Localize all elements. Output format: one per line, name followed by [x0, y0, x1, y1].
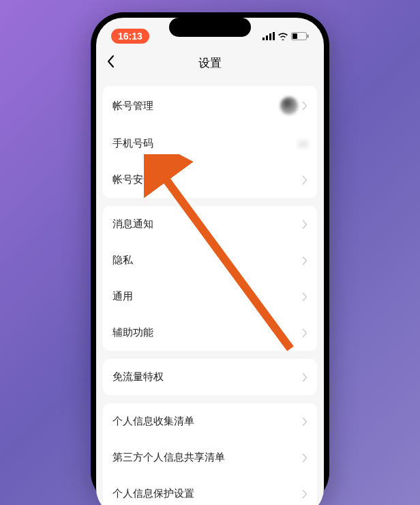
- row-right: [302, 256, 308, 265]
- chevron-right-icon: [302, 373, 308, 382]
- chevron-right-icon: [302, 489, 308, 499]
- row-label: 免流量特权: [112, 371, 164, 384]
- avatar: [280, 97, 298, 115]
- row-notifications[interactable]: 消息通知: [103, 206, 317, 242]
- svg-rect-5: [292, 33, 297, 39]
- settings-group: 个人信息收集清单第三方个人信息共享清单个人信息保护设置: [103, 403, 317, 505]
- cellular-icon: [262, 32, 275, 40]
- wifi-icon: [278, 32, 288, 40]
- row-label: 个人信息收集清单: [112, 415, 194, 428]
- chevron-right-icon: [302, 328, 308, 338]
- row-label: 第三方个人信息共享清单: [112, 451, 225, 464]
- row-account-management[interactable]: 帐号管理: [103, 86, 317, 126]
- chevron-right-icon: [302, 175, 308, 185]
- row-right: [302, 175, 308, 185]
- row-general[interactable]: 通用: [103, 278, 317, 315]
- phone-screen: 16:13 设置 帐号管理手机号码18帐号安全消息通知隐私通用辅助功能免流量特权…: [96, 18, 324, 505]
- row-label: 隐私: [112, 254, 133, 267]
- phone-frame: 16:13 设置 帐号管理手机号码18帐号安全消息通知隐私通用辅助功能免流量特权…: [91, 12, 329, 505]
- row-right: [302, 373, 308, 382]
- row-account-security[interactable]: 帐号安全: [103, 162, 317, 198]
- settings-group: 消息通知隐私通用辅助功能: [103, 206, 317, 351]
- row-label: 手机号码: [112, 137, 153, 150]
- row-right: [280, 97, 308, 115]
- settings-content: 帐号管理手机号码18帐号安全消息通知隐私通用辅助功能免流量特权个人信息收集清单第…: [96, 86, 324, 505]
- status-icons: [262, 32, 309, 40]
- chevron-right-icon: [302, 220, 308, 229]
- row-label: 消息通知: [112, 218, 153, 231]
- chevron-right-icon: [302, 101, 308, 111]
- row-right: [302, 489, 308, 499]
- row-right: [302, 328, 308, 338]
- row-label: 帐号安全: [112, 173, 153, 186]
- row-accessibility[interactable]: 辅助功能: [103, 315, 317, 351]
- row-info-collection[interactable]: 个人信息收集清单: [103, 403, 317, 439]
- chevron-left-icon: [107, 55, 115, 68]
- settings-group: 免流量特权: [103, 359, 317, 395]
- svg-rect-3: [273, 32, 275, 40]
- chevron-right-icon: [302, 453, 308, 463]
- row-label: 帐号管理: [112, 100, 153, 113]
- row-value: 18: [297, 139, 308, 149]
- row-privacy[interactable]: 隐私: [103, 242, 317, 278]
- row-label: 辅助功能: [112, 326, 153, 339]
- settings-group: 帐号管理手机号码18帐号安全: [103, 86, 317, 198]
- row-right: [302, 453, 308, 463]
- back-button[interactable]: [107, 55, 115, 71]
- row-right: [302, 220, 308, 229]
- svg-rect-6: [308, 35, 309, 38]
- status-time: 16:13: [111, 29, 149, 44]
- row-data-free[interactable]: 免流量特权: [103, 359, 317, 395]
- row-label: 个人信息保护设置: [112, 487, 194, 500]
- page-title: 设置: [198, 55, 222, 71]
- svg-rect-1: [266, 35, 268, 40]
- row-right: [302, 417, 308, 427]
- nav-bar: 设置: [96, 48, 324, 78]
- row-third-party-share[interactable]: 第三方个人信息共享清单: [103, 439, 317, 476]
- battery-icon: [291, 32, 309, 40]
- svg-rect-2: [269, 33, 271, 40]
- chevron-right-icon: [302, 292, 308, 302]
- phone-notch: [169, 18, 251, 37]
- chevron-right-icon: [302, 417, 308, 427]
- row-right: 18: [297, 139, 308, 149]
- row-right: [302, 292, 308, 302]
- row-info-protection[interactable]: 个人信息保护设置: [103, 476, 317, 505]
- row-phone-number[interactable]: 手机号码18: [103, 126, 317, 162]
- svg-rect-0: [262, 38, 265, 40]
- row-label: 通用: [112, 290, 133, 303]
- chevron-right-icon: [302, 256, 308, 265]
